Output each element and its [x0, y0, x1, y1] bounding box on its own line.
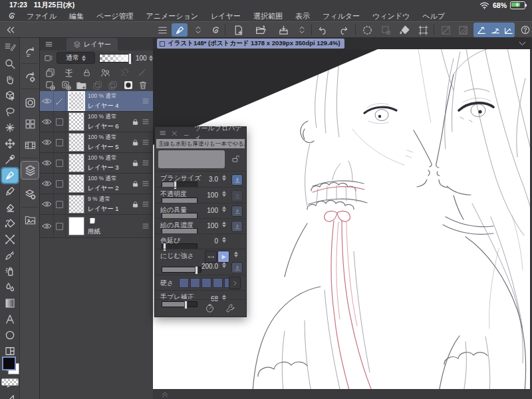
opacity-knob[interactable]: [128, 53, 132, 65]
dock-timeline-icon[interactable]: [21, 136, 39, 154]
menu-view[interactable]: 表示: [295, 11, 310, 21]
tool-airbrush[interactable]: [2, 264, 18, 279]
layer-drag-handle[interactable]: [142, 160, 150, 166]
transfer-layer-icon[interactable]: [63, 67, 74, 78]
save-stepper-icon[interactable]: [294, 23, 310, 37]
document-tab[interactable]: イラスト148* (ポストカード 1378 x 2039px 350dpi 12…: [157, 39, 344, 49]
menu-edit[interactable]: 編集: [69, 11, 84, 21]
help-icon[interactable]: [517, 23, 532, 37]
stepper-icon[interactable]: [234, 251, 238, 257]
dock-layer-property-icon[interactable]: [21, 186, 39, 203]
clipping-mask-icon[interactable]: [45, 67, 56, 78]
tool-text[interactable]: [2, 312, 18, 327]
menu-window[interactable]: ウィンドウ: [372, 11, 410, 21]
tool-pen[interactable]: [2, 168, 18, 183]
stepper-icon[interactable]: [222, 206, 226, 212]
layer-thumbnail[interactable]: [68, 174, 84, 193]
tool-object[interactable]: [2, 88, 18, 103]
visibility-eye-icon[interactable]: [40, 138, 53, 146]
save-export-icon[interactable]: [275, 23, 291, 37]
tool-hand[interactable]: [2, 72, 18, 87]
layer-drag-handle[interactable]: [142, 118, 150, 125]
blur-mode-level-button[interactable]: [217, 251, 229, 263]
tool-paint-bucket[interactable]: [2, 216, 18, 231]
layer-row-paper[interactable]: 用紙: [40, 215, 153, 238]
close-icon[interactable]: [171, 130, 178, 137]
palette-color-icon[interactable]: [44, 53, 54, 63]
layer-drag-handle[interactable]: [142, 98, 150, 104]
clip-studio-button[interactable]: [207, 23, 223, 37]
opacity-stepper-icon[interactable]: [149, 55, 153, 61]
layer-drag-handle[interactable]: [142, 180, 150, 187]
layer-thumbnail[interactable]: [68, 91, 85, 111]
menu-layer[interactable]: レイヤー: [211, 11, 241, 21]
tool-gradient[interactable]: [2, 296, 18, 311]
tool-eraser[interactable]: [2, 200, 18, 215]
visibility-eye-icon[interactable]: [40, 159, 53, 167]
menu-help[interactable]: ヘルプ: [422, 11, 445, 21]
expand-bottom-panel-icon[interactable]: [161, 390, 169, 398]
layer-thumbnail[interactable]: [68, 133, 84, 152]
tool-ruler[interactable]: [2, 392, 18, 399]
layer-drag-handle[interactable]: [142, 139, 150, 146]
dock-brush-size-icon[interactable]: [21, 94, 39, 111]
hardness-level-squares[interactable]: [179, 278, 235, 289]
menu-page[interactable]: ページ管理: [96, 11, 134, 21]
dock-material-icon[interactable]: [21, 211, 39, 228]
stepper-icon[interactable]: [222, 237, 226, 243]
register-value-button[interactable]: [231, 262, 243, 273]
new-layer-icon[interactable]: [45, 80, 56, 91]
register-value-button[interactable]: [231, 221, 243, 232]
lock-layer-icon[interactable]: [82, 68, 92, 78]
redo-icon[interactable]: [335, 23, 351, 37]
layer-row-layer5[interactable]: 100 % 通常レイヤー 5: [40, 132, 153, 153]
layer-row-layer2[interactable]: 100 % 通常レイヤー 2: [40, 174, 153, 194]
tool-pencil[interactable]: [2, 184, 18, 199]
layer-opacity-slider[interactable]: [99, 54, 132, 63]
tool-decoration[interactable]: [2, 248, 18, 263]
dock-color-set-icon[interactable]: [21, 115, 39, 132]
tab-layers[interactable]: レイヤー: [66, 38, 118, 51]
visibility-eye-icon[interactable]: [40, 97, 53, 105]
unlock-icon[interactable]: [231, 154, 240, 164]
menu-selection[interactable]: 選択範囲: [253, 11, 283, 21]
dock-layer-icon[interactable]: [21, 162, 39, 179]
hardness-expand-button[interactable]: [229, 277, 241, 289]
open-file-icon[interactable]: [253, 23, 269, 37]
brush-name[interactable]: 主線も水彩も厚塗りも一本でやる怠けものブ: [156, 139, 245, 148]
layer-thumbnail[interactable]: [68, 154, 84, 172]
layer-row-layer1[interactable]: 9 % 通常レイヤー 1: [40, 194, 153, 215]
tool-eyedropper[interactable]: [2, 152, 18, 167]
visibility-eye-icon[interactable]: [40, 200, 53, 208]
layer-row-layer3[interactable]: 100 % 通常レイヤー 3: [40, 153, 153, 174]
layer-thumbnail[interactable]: [68, 195, 84, 213]
main-color-swatch[interactable]: [2, 356, 16, 370]
collapse-panel-icon[interactable]: [3, 23, 19, 37]
tool-blur-drops[interactable]: [2, 280, 18, 295]
paper-thumbnail[interactable]: [68, 217, 84, 235]
transform-frame-icon[interactable]: [415, 23, 431, 37]
stepper-icon[interactable]: [222, 175, 226, 181]
tool-move[interactable]: [2, 136, 18, 151]
visibility-eye-icon[interactable]: [40, 180, 53, 188]
layer-drag-handle[interactable]: [142, 201, 150, 207]
blend-mode-select[interactable]: 通常: [57, 52, 95, 64]
layer-drag-handle[interactable]: [142, 223, 150, 229]
stepper-icon[interactable]: [222, 262, 226, 268]
clip-studio-logo[interactable]: [7, 11, 17, 21]
minimize-icon[interactable]: [183, 130, 190, 137]
layer-checkbox[interactable]: [53, 174, 66, 194]
undo-icon[interactable]: [315, 23, 331, 37]
stepper-icon[interactable]: [222, 221, 226, 227]
register-value-button[interactable]: [231, 174, 243, 186]
quick-mask-icon[interactable]: [123, 80, 134, 90]
layer-checkbox[interactable]: [53, 215, 66, 237]
blur-mode-slider-button[interactable]: [205, 251, 217, 263]
register-value-button[interactable]: [231, 205, 243, 217]
transparent-color-swatch[interactable]: [1, 378, 19, 386]
tool-blend[interactable]: [2, 232, 18, 247]
menu-animation[interactable]: アニメーション: [146, 11, 199, 21]
fill-tool-icon[interactable]: [396, 23, 412, 37]
dock-subtool-icon[interactable]: [21, 67, 39, 84]
delete-layer-icon[interactable]: [138, 80, 148, 90]
